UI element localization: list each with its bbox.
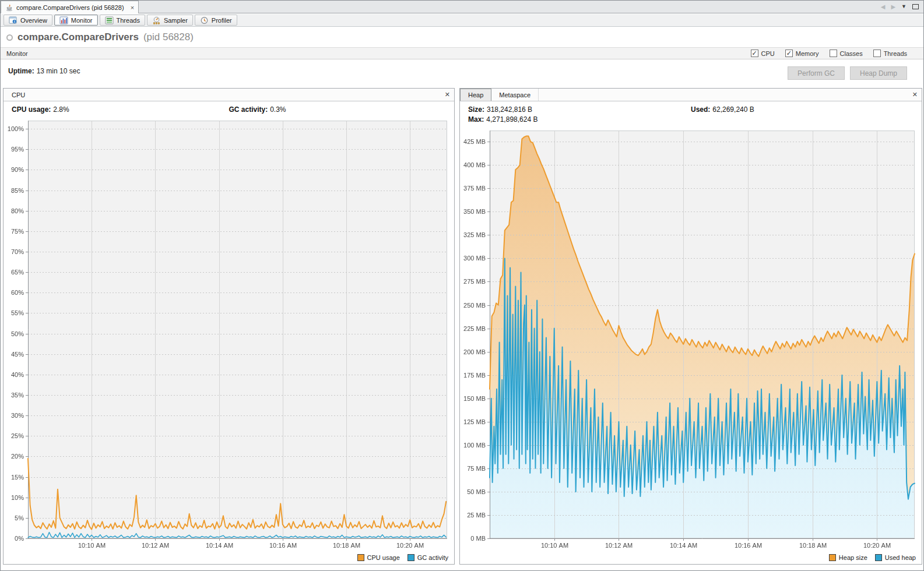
page-title-pid: (pid 56828) (143, 31, 194, 43)
cpu-usage-swatch-icon (357, 554, 364, 561)
checkbox-cpu[interactable]: ✓ CPU (751, 50, 775, 57)
scroll-right-icon[interactable]: ▶ (891, 3, 895, 10)
gc-buttons: Perform GC Heap Dump (788, 66, 907, 80)
checkbox-threads[interactable]: Threads (873, 50, 907, 57)
heap-panel: Heap Metaspace ✕ Size:318,242,816 B Used… (459, 88, 922, 565)
page-title-name: compare.CompareDrivers (17, 31, 139, 43)
document-tab-title: compare.CompareDrivers (pid 56828) (16, 4, 124, 11)
checkbox-memory[interactable]: ✓ Memory (785, 50, 819, 57)
view-toolbar: Overview Monitor Threads (1, 14, 923, 27)
checkbox-classes-label: Classes (840, 50, 863, 57)
tab-profiler[interactable]: Profiler (195, 15, 237, 26)
tab-list-dropdown-icon[interactable]: ▼ (901, 3, 907, 9)
cpu-usage-stat: CPU usage:2.8% (12, 105, 69, 114)
checkbox-threads-box (873, 50, 881, 57)
status-row: Uptime:13 min 10 sec Perform GC Heap Dum… (1, 61, 923, 87)
tab-threads[interactable]: Threads (100, 15, 145, 26)
metaspace-tab[interactable]: Metaspace (491, 89, 539, 101)
scroll-left-icon[interactable]: ◀ (881, 3, 886, 10)
document-tabbar: compare.CompareDrivers (pid 56828) × ◀ ▶… (1, 1, 923, 13)
uptime-label: Uptime: (8, 67, 34, 75)
heap-tab[interactable]: Heap (460, 89, 491, 101)
uptime: Uptime:13 min 10 sec (8, 67, 80, 75)
heap-chart (460, 127, 922, 552)
tab-sampler[interactable]: Sampler (147, 15, 193, 26)
tab-profiler-label: Profiler (212, 17, 232, 24)
cpu-panel: CPU ✕ CPU usage:2.8% GC activity:0.3% CP… (3, 88, 455, 565)
heap-dump-button[interactable]: Heap Dump (850, 66, 907, 80)
cpu-panel-close-icon[interactable]: ✕ (445, 91, 450, 98)
cpu-chart (3, 117, 454, 552)
document-tab[interactable]: compare.CompareDrivers (pid 56828) × (1, 1, 139, 13)
perform-gc-button[interactable]: Perform GC (788, 66, 845, 80)
tab-sampler-label: Sampler (164, 17, 188, 24)
heap-stats: Size:318,242,816 B Used:62,269,240 B Max… (460, 101, 922, 127)
legend-used-heap: Used heap (875, 554, 916, 561)
heap-legend: Heap size Used heap (460, 552, 922, 564)
document-tab-close-icon[interactable]: × (131, 4, 134, 11)
uptime-value: 13 min 10 sec (37, 67, 80, 75)
checkbox-classes-box (830, 50, 837, 57)
legend-gc-activity: GC activity (407, 554, 448, 561)
heap-used-stat: Used:62,269,240 B (691, 105, 754, 114)
visualvm-window: compare.CompareDrivers (pid 56828) × ◀ ▶… (0, 0, 924, 571)
cpu-chart-canvas (3, 117, 454, 552)
java-cup-icon (5, 3, 13, 12)
gc-activity-stat: GC activity:0.3% (229, 105, 286, 114)
monitor-checkbox-group: ✓ CPU ✓ Memory Classes Threads (751, 50, 918, 57)
gc-activity-swatch-icon (407, 554, 414, 561)
heap-panel-tabstrip: Heap Metaspace ✕ (460, 89, 922, 101)
heap-chart-canvas (460, 127, 922, 552)
tab-monitor-label: Monitor (71, 17, 93, 24)
tab-overview-label: Overview (20, 17, 47, 24)
maximize-icon[interactable] (912, 4, 919, 9)
tab-monitor[interactable]: Monitor (54, 15, 98, 26)
checkbox-memory-label: Memory (796, 50, 819, 57)
heap-max-stat: Max:4,271,898,624 B (468, 115, 537, 124)
legend-heap-size: Heap size (829, 554, 867, 561)
monitor-section-label: Monitor (6, 50, 28, 57)
checkbox-memory-box: ✓ (785, 50, 793, 57)
app-status-icon (6, 34, 13, 41)
cpu-panel-tab[interactable]: CPU (3, 89, 33, 101)
used-heap-swatch-icon (875, 554, 882, 561)
monitor-icon (59, 16, 68, 24)
checkbox-threads-label: Threads (884, 50, 907, 57)
tabbar-controls: ◀ ▶ ▼ (881, 0, 923, 13)
heap-size-stat: Size:318,242,816 B (468, 105, 532, 114)
tab-overview[interactable]: Overview (3, 15, 52, 26)
threads-icon (105, 16, 114, 24)
cpu-panel-tabstrip: CPU ✕ (3, 89, 454, 101)
heap-size-swatch-icon (829, 554, 836, 561)
page-title: compare.CompareDrivers (pid 56828) (1, 29, 194, 46)
profiler-icon (200, 16, 209, 24)
legend-cpu-usage: CPU usage (357, 554, 400, 561)
checkbox-classes[interactable]: Classes (830, 50, 863, 57)
checkbox-cpu-box: ✓ (751, 50, 758, 57)
monitor-section-bar: Monitor ✓ CPU ✓ Memory Classes Threads (1, 47, 923, 59)
heap-panel-close-icon[interactable]: ✕ (912, 91, 918, 98)
cpu-legend: CPU usage GC activity (3, 552, 454, 564)
checkbox-cpu-label: CPU (761, 50, 775, 57)
cpu-stats: CPU usage:2.8% GC activity:0.3% (3, 101, 454, 117)
overview-icon (9, 16, 17, 24)
tab-threads-label: Threads (117, 17, 140, 24)
sampler-icon (152, 16, 161, 24)
